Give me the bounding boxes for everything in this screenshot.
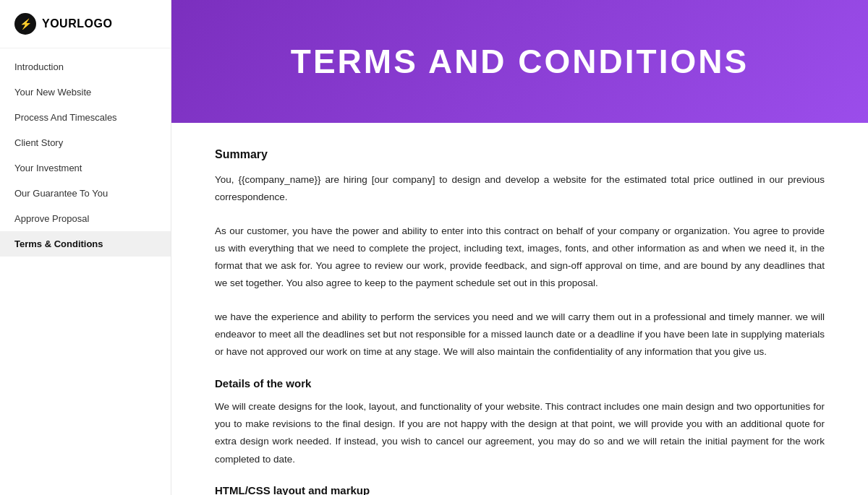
nav-link-your-investment[interactable]: Your Investment [0, 155, 171, 181]
nav-link-our-guarantee-to-you[interactable]: Our Guarantee To You [0, 181, 171, 206]
nav-list: Introduction Your New Website Process An… [0, 48, 171, 495]
summary-heading: Summary [215, 148, 825, 161]
summary-para-3: we have the experience and ability to pe… [215, 309, 825, 361]
nav-link-your-new-website[interactable]: Your New Website [0, 79, 171, 105]
hero-banner: TERMS AND CONDITIONS [171, 0, 868, 123]
nav-item-client-story[interactable]: Client Story [0, 130, 171, 155]
nav-item-your-new-website[interactable]: Your New Website [0, 79, 171, 105]
logo-text: YOURLOGO [42, 17, 112, 30]
nav-item-our-guarantee-to-you[interactable]: Our Guarantee To You [0, 181, 171, 206]
logo-area: ⚡ YOURLOGO [0, 0, 171, 48]
nav-item-terms-conditions[interactable]: Terms & Conditions [0, 231, 171, 257]
html-heading: HTML/CSS layout and markup [215, 484, 825, 495]
summary-para-2: As our customer, you have the power and … [215, 223, 825, 293]
logo-logo: LOGO [77, 17, 112, 30]
details-heading: Details of the work [215, 377, 825, 389]
sidebar: ⚡ YOURLOGO Introduction Your New Website… [0, 0, 171, 495]
nav-item-your-investment[interactable]: Your Investment [0, 155, 171, 181]
nav-item-approve-proposal[interactable]: Approve Proposal [0, 206, 171, 231]
page-title: TERMS AND CONDITIONS [291, 42, 749, 81]
nav-link-client-story[interactable]: Client Story [0, 130, 171, 155]
nav-link-approve-proposal[interactable]: Approve Proposal [0, 206, 171, 231]
nav-link-introduction[interactable]: Introduction [0, 54, 171, 79]
nav-item-introduction[interactable]: Introduction [0, 54, 171, 79]
logo-your: YOUR [42, 17, 77, 30]
details-para-1: We will create designs for the look, lay… [215, 398, 825, 468]
main-content: TERMS AND CONDITIONS Summary You, {{comp… [171, 0, 868, 495]
nav-link-terms-conditions[interactable]: Terms & Conditions [0, 231, 171, 257]
summary-para-1: You, {{company_name}} are hiring [our co… [215, 171, 825, 207]
nav-item-process-and-timescales[interactable]: Process And Timescales [0, 105, 171, 130]
nav-link-process-and-timescales[interactable]: Process And Timescales [0, 105, 171, 130]
content-area: Summary You, {{company_name}} are hiring… [171, 123, 868, 495]
logo-icon: ⚡ [14, 13, 36, 35]
